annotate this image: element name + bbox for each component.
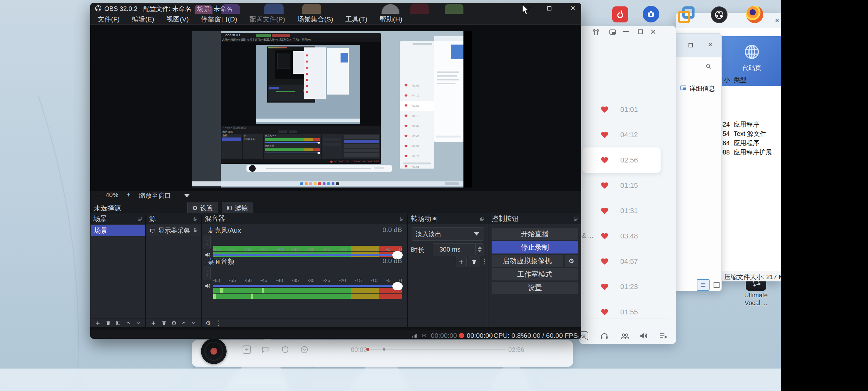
zoom-out-button[interactable]: −	[97, 191, 100, 199]
netease-desktop-icon[interactable]	[612, 6, 628, 22]
start-streaming-button[interactable]: 开始直播	[492, 228, 578, 240]
source-settings-button[interactable]: ⚙设置	[187, 202, 218, 214]
add-transition-button[interactable]: ＋	[456, 256, 467, 267]
mixer-ch2-speaker-icon[interactable]	[204, 283, 211, 289]
heart-icon[interactable]	[600, 181, 609, 190]
remove-transition-button[interactable]	[469, 256, 479, 267]
heart-icon[interactable]	[600, 232, 609, 240]
zoom-fit-caret-icon[interactable]	[184, 194, 189, 197]
view-grid-button[interactable]	[712, 280, 721, 289]
scene-filters-icon[interactable]	[116, 320, 121, 326]
mixer-ch2-kebab[interactable]: ⋮	[204, 266, 211, 280]
source-filters-button[interactable]: 滤镜	[222, 202, 252, 214]
popup-maximize-button[interactable]	[687, 42, 694, 48]
download-icon[interactable]	[300, 345, 309, 354]
add-source-icon[interactable]: ＋	[150, 318, 157, 328]
progress-handle[interactable]	[383, 348, 385, 351]
track-row[interactable]: 02:56	[583, 147, 660, 173]
volume-icon[interactable]	[639, 331, 648, 340]
popup-close-button[interactable]: ×	[708, 40, 712, 49]
heart-icon[interactable]	[600, 156, 609, 164]
track-row[interactable]: 03:48	[583, 223, 660, 249]
firefox-desktop-icon[interactable]	[746, 6, 763, 23]
obs-preview-canvas[interactable]: OBS 32.0.2 文件(F) 编辑(E) 视图(V) 停靠窗口(D) 配置文…	[90, 25, 581, 191]
details-menu-item[interactable]: 详细信息	[675, 80, 721, 96]
popup-divider-2	[675, 100, 721, 100]
track-row[interactable]: 01:31	[583, 198, 660, 223]
skin-shirt-icon[interactable]	[592, 28, 600, 36]
add-icon[interactable]: +	[243, 345, 251, 354]
popout-icon[interactable]	[193, 216, 198, 221]
mixer-ch1-kebab[interactable]: ⋮	[204, 235, 211, 249]
scene-item[interactable]: 场景	[91, 225, 145, 236]
heart-icon[interactable]	[600, 106, 609, 114]
capture-app-desktop-icon[interactable]	[643, 6, 659, 22]
popout-icon[interactable]	[480, 216, 485, 221]
source-props-gear-icon[interactable]: ⚙	[171, 319, 177, 327]
vmware-desktop-icon[interactable]	[678, 6, 694, 23]
source-up-icon[interactable]	[181, 320, 187, 326]
nested-explorer	[434, 36, 463, 142]
studio-mode-button[interactable]: 工作室模式	[492, 268, 578, 280]
remove-scene-icon[interactable]	[105, 320, 111, 326]
playlist-icon[interactable]	[659, 331, 668, 341]
progress-track[interactable]	[367, 349, 506, 350]
popout-icon[interactable]	[399, 216, 404, 221]
heart-icon[interactable]	[600, 283, 609, 291]
track-row[interactable]: 01:55	[583, 299, 660, 325]
headset-icon[interactable]	[600, 331, 609, 340]
transition-kebab-icon[interactable]: ⋮	[481, 257, 488, 266]
mixer-ch2-volume-handle[interactable]	[393, 282, 403, 290]
virtual-camera-settings-button[interactable]: ⚙	[565, 255, 578, 267]
track-row[interactable]: 01:15	[583, 173, 660, 198]
popout-icon[interactable]	[137, 216, 142, 221]
comment-icon[interactable]	[261, 345, 270, 354]
player-maximize-button[interactable]	[637, 28, 644, 35]
heart-icon[interactable]	[600, 131, 609, 139]
together-listen-icon[interactable]	[620, 331, 630, 341]
scene-down-icon[interactable]	[135, 320, 141, 326]
view-list-button[interactable]	[697, 279, 710, 291]
stop-recording-button[interactable]: 停止录制	[492, 241, 578, 253]
mini-mode-icon[interactable]	[609, 28, 616, 36]
settings-button[interactable]: 设置	[492, 282, 578, 294]
track-row[interactable]: 04:12	[583, 122, 660, 147]
quality-shield-icon[interactable]	[281, 345, 289, 354]
source-down-icon[interactable]	[191, 320, 196, 326]
search-icon[interactable]	[705, 63, 712, 69]
track-row[interactable]: 04:57	[583, 249, 660, 274]
remove-source-icon[interactable]	[161, 320, 167, 326]
select-caret-icon	[474, 232, 479, 235]
column-header-type[interactable]: 类型	[734, 76, 746, 84]
mixer-kebab-icon[interactable]: ⋮	[215, 319, 221, 327]
heart-icon[interactable]	[600, 308, 609, 316]
heart-icon[interactable]	[600, 207, 609, 215]
transition-select[interactable]: 淡入淡出	[412, 227, 484, 241]
add-scene-icon[interactable]: ＋	[94, 318, 101, 328]
recording-time: 00:00:00	[467, 332, 493, 339]
zoom-fit-select[interactable]: 缩放至窗口	[139, 191, 171, 200]
mixer-gear-icon[interactable]: ⚙	[206, 319, 211, 327]
track-row[interactable]: 01:01	[583, 97, 660, 122]
scene-up-icon[interactable]	[125, 320, 131, 326]
mixer-ch2-volume-slider[interactable]	[213, 285, 402, 287]
progress-dot[interactable]	[366, 348, 369, 351]
spinner-arrows[interactable]	[475, 244, 484, 255]
resize-grip[interactable]	[575, 336, 579, 339]
start-virtual-camera-button[interactable]: 启动虚拟摄像机	[492, 255, 563, 267]
heart-icon[interactable]	[600, 257, 609, 266]
visibility-eye-icon[interactable]	[184, 227, 189, 233]
mixer-ch1-volume-slider[interactable]	[213, 254, 402, 256]
transitions-panel-title: 转场动画	[411, 214, 438, 223]
track-row[interactable]: 01:23	[583, 274, 660, 299]
lock-icon[interactable]	[193, 227, 198, 233]
duration-spinner[interactable]: 300 ms	[433, 243, 484, 255]
obs-desktop-icon[interactable]	[711, 6, 727, 23]
source-item[interactable]: 显示器采集	[147, 225, 200, 236]
stream-time: 00:00:00	[431, 332, 457, 339]
album-art[interactable]	[201, 338, 226, 364]
cpu-usage: CPU: 0.8%	[494, 332, 527, 339]
zoom-in-button[interactable]: +	[127, 191, 131, 199]
sources-panel-title: 源	[149, 214, 156, 223]
popout-icon[interactable]	[573, 216, 578, 221]
